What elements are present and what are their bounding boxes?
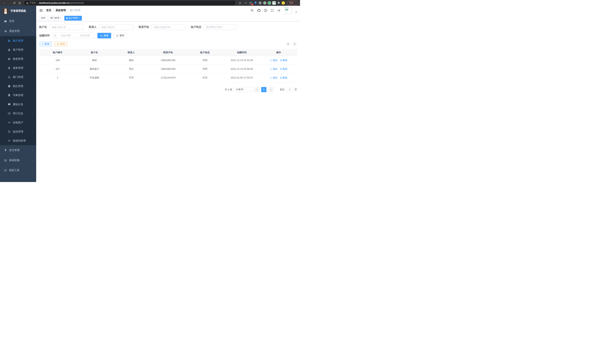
help-icon[interactable] — [264, 9, 267, 12]
reset-button[interactable]: 重置 — [113, 33, 127, 38]
sidebar-item-dict[interactable]: 字典管理 — [0, 91, 36, 100]
font-size-icon[interactable]: ᴛT — [277, 9, 281, 12]
sidebar-item-online-user[interactable]: 在线用户 — [0, 118, 36, 127]
browser-menu-icon[interactable]: ⋮ — [294, 2, 297, 4]
sidebar-item-role[interactable]: 角色管理 — [0, 54, 36, 64]
delete-link[interactable]: 删除 — [280, 76, 287, 79]
sidebar-item-error-code[interactable]: 错误码管理 — [0, 136, 36, 145]
tenant-name-input[interactable] — [49, 24, 84, 30]
sidebar-item-audit-log[interactable]: 审计日志 ⌄ — [0, 109, 36, 118]
close-icon[interactable]: × — [79, 17, 80, 19]
page-number-button[interactable]: 1 — [261, 87, 266, 92]
github-icon[interactable] — [257, 9, 261, 12]
browser-home-icon[interactable] — [18, 1, 22, 5]
user-avatar[interactable] — [285, 7, 292, 14]
sidebar-item-devtool[interactable]: 研发工具 ⌄ — [0, 165, 36, 175]
logo-image — [3, 8, 9, 14]
extension-dot-icon[interactable] — [263, 1, 266, 5]
extension-kite-icon[interactable] — [254, 1, 257, 5]
calendar-icon — [54, 34, 56, 37]
delete-link[interactable]: 删除 — [280, 59, 287, 62]
mobile-label: 联系手机 — [139, 25, 149, 29]
cell-mobile: 17321315478 — [150, 73, 187, 82]
avatar-dropdown-caret-icon[interactable]: ▼ — [295, 11, 297, 14]
sidebar-item-pay[interactable]: ¥ 支付管理 ⌄ — [0, 145, 36, 155]
prev-page-button[interactable]: ‹ — [254, 87, 259, 92]
share-icon[interactable] — [238, 1, 242, 5]
add-button-label: 新增 — [44, 42, 49, 46]
add-button[interactable]: + 新增 — [39, 41, 52, 47]
sidebar-item-home[interactable]: 首页 — [0, 16, 36, 26]
sidebar-item-infra[interactable]: 基础设施 ⌄ — [0, 155, 36, 165]
delete-link[interactable]: 删除 — [280, 67, 287, 71]
export-button[interactable]: 导出 — [54, 41, 68, 47]
breadcrumb-home[interactable]: 首页 — [46, 9, 51, 12]
tags-view-bar: 首页 部门管理× 租户管理× — [36, 15, 300, 21]
search-icon — [287, 43, 290, 45]
extensions-puzzle-icon[interactable] — [277, 1, 280, 5]
cell-created: 2021-01-05 17:03:47 — [223, 73, 260, 82]
audit-log-icon — [8, 112, 10, 115]
sidebar-item-menu[interactable]: 菜单管理 — [0, 64, 36, 73]
search-button[interactable]: 搜索 — [97, 33, 111, 38]
browser-back-icon[interactable]: ← — [2, 1, 6, 5]
bookmark-star-icon[interactable]: ☆ — [244, 1, 248, 5]
page-size-select[interactable]: 10条/页 ⌄ — [234, 87, 252, 92]
contact-input[interactable] — [99, 24, 133, 30]
breadcrumb-separator: / — [53, 9, 54, 12]
y-logo: Y — [268, 2, 271, 4]
sidebar-item-tenant[interactable]: 租户管理 — [0, 36, 36, 45]
close-icon[interactable]: × — [60, 17, 61, 19]
url-host: dashboard.yudao.iocoder.cn — [39, 2, 69, 4]
edit-link[interactable]: 修改 — [270, 59, 278, 62]
delete-label: 删除 — [282, 67, 287, 71]
cell-actions: 修改删除 — [260, 73, 297, 82]
refresh-icon — [116, 35, 119, 37]
browser-forward-icon[interactable]: → — [7, 1, 11, 5]
extension-command-icon[interactable]: ⌘ — [258, 1, 262, 5]
status-select[interactable]: 请选择租户状态 ⌄ — [204, 24, 237, 30]
profile-avatar-icon[interactable] — [282, 1, 285, 5]
extension-chat-icon[interactable] — [272, 1, 276, 5]
sidebar-item-system[interactable]: 系统管理 ⌃ — [0, 26, 36, 36]
extension-tasks-icon[interactable]: 10 — [249, 1, 253, 5]
sidebar-item-user[interactable]: 用户管理 — [0, 45, 36, 54]
extension-y-icon[interactable]: Y — [268, 1, 271, 5]
org-icon — [8, 76, 10, 78]
sidebar-item-notice[interactable]: 通知公告 — [0, 100, 36, 109]
browser-reload-icon[interactable] — [12, 1, 17, 5]
edit-link[interactable]: 修改 — [270, 67, 278, 71]
breadcrumb-section[interactable]: 系统管理 — [56, 9, 66, 12]
app-logo[interactable]: 芋道管理系统 — [0, 6, 36, 16]
fullscreen-icon[interactable] — [270, 9, 274, 12]
tab-dept[interactable]: 部门管理× — [48, 16, 63, 21]
sidebar-item-label: 支付管理 — [9, 149, 19, 152]
trash-icon — [280, 68, 282, 70]
toggle-search-button[interactable] — [286, 42, 291, 46]
sidebar-item-dept[interactable]: 部门管理 — [0, 73, 36, 82]
sidebar-collapse-icon[interactable] — [39, 8, 43, 12]
tab-tenant[interactable]: 租户管理× — [64, 16, 82, 21]
header-search-icon[interactable] — [250, 9, 254, 12]
broken-image-icon — [285, 7, 288, 10]
cell-created: 2021-12-14 20:49:44 — [223, 65, 260, 73]
post-icon — [8, 85, 10, 88]
cell-mobile: 15601691300 — [150, 56, 187, 65]
sidebar-item-post[interactable]: 岗位管理 — [0, 82, 36, 91]
next-page-button[interactable]: › — [268, 87, 273, 92]
edit-link[interactable]: 修改 — [270, 76, 278, 79]
col-created: 创建时间 — [223, 49, 260, 56]
goto-page-input[interactable] — [286, 87, 293, 92]
url-text: dashboard.yudao.iocoder.cn/system/tenant — [39, 2, 84, 4]
mobile-input[interactable] — [151, 24, 186, 30]
sidebar-item-sms[interactable]: 短信管理 ⌄ — [0, 127, 36, 136]
browser-update-button[interactable]: 更新 ⋮ — [287, 1, 298, 5]
chevron-down-icon: ⌄ — [32, 169, 34, 171]
tab-home[interactable]: 首页 — [39, 16, 47, 21]
refresh-table-button[interactable] — [292, 42, 297, 46]
sidebar-item-label: 部门管理 — [13, 75, 23, 79]
warning-triangle-icon — [26, 2, 28, 4]
security-warning[interactable]: 不安全 — [26, 1, 36, 4]
create-time-range-picker[interactable]: 开始日期 - 结束日期 — [52, 33, 95, 38]
address-bar[interactable]: 不安全 dashboard.yudao.iocoder.cn/system/te… — [24, 1, 235, 5]
